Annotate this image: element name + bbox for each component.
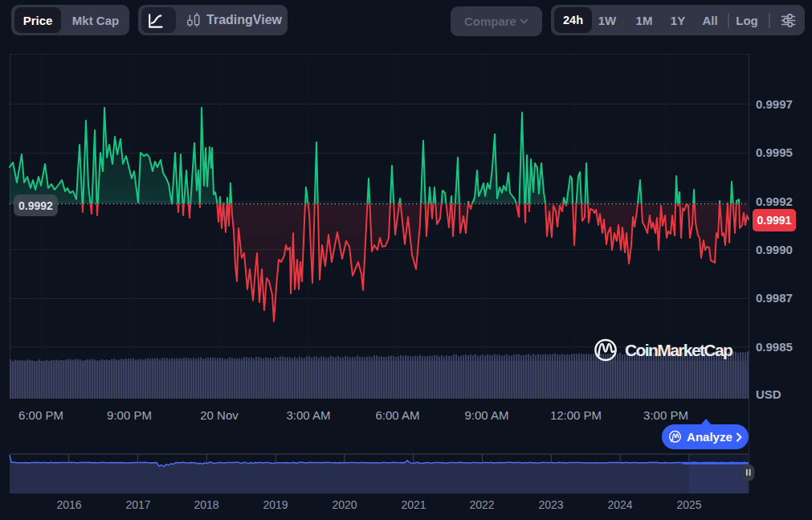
svg-text:CoinMarketCap: CoinMarketCap	[625, 341, 732, 359]
